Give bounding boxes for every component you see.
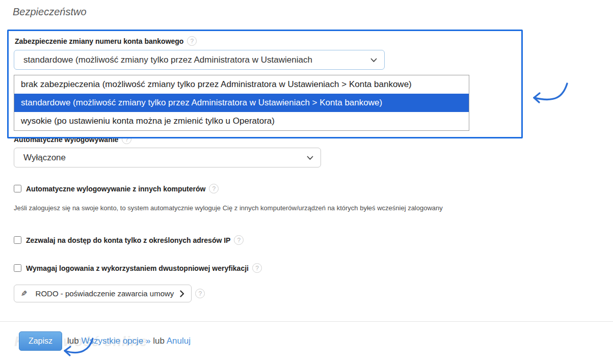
bank-account-label: Zabezpieczenie zmiany numeru konta banko… <box>15 36 197 46</box>
all-options-link[interactable]: Wszystkie opcje » <box>81 336 150 346</box>
bank-account-highlight-box: Zabezpieczenie zmiany numeru konta banko… <box>7 30 523 138</box>
auto-logout-select[interactable]: Wyłączone <box>14 148 321 167</box>
checkbox-label: Zezwalaj na dostęp do konta tylko z okre… <box>26 236 230 244</box>
auto-logout-selected-value: Wyłączone <box>23 153 66 163</box>
footer-links: lub Wszystkie opcje » lub Anuluj <box>67 336 191 346</box>
bank-account-option-list: brak zabezpieczenia (możliwość zmiany ty… <box>14 75 469 131</box>
checkbox-label: Automatyczne wylogowywanie z innych komp… <box>26 185 205 193</box>
pencil-icon: ✎ <box>21 289 28 298</box>
save-button[interactable]: Zapisz <box>19 331 62 351</box>
page-title: Bezpieczeństwo <box>13 6 87 18</box>
or-text: lub <box>153 336 165 346</box>
security-settings-page: Bezpieczeństwo Księgowość online Automat… <box>0 0 613 364</box>
help-icon[interactable]: ? <box>234 235 244 245</box>
checkbox-row-two-step-verification[interactable]: Wymagaj logowania z wykorzystaniem dwust… <box>14 263 262 273</box>
auto-logout-description: Jeśli zalogujesz się na swoje konto, to … <box>14 204 443 212</box>
bank-account-selected-value: standardowe (możliwość zmiany tylko prze… <box>23 55 312 65</box>
ip-restriction-checkbox[interactable] <box>14 236 21 244</box>
cancel-link[interactable]: Anuluj <box>167 336 191 346</box>
rodo-button-label: RODO - poświadczenie zawarcia umowy <box>36 289 174 298</box>
help-icon[interactable]: ? <box>252 263 262 273</box>
chevron-right-icon <box>180 290 184 297</box>
checkbox-row-auto-logout-other-computers[interactable]: Automatyczne wylogowywanie z innych komp… <box>14 184 219 193</box>
footer-actions: Zapisz lub Wszystkie opcje » lub Anuluj <box>19 331 191 351</box>
option-standard[interactable]: standardowe (możliwość zmiany tylko prze… <box>14 94 469 112</box>
help-icon[interactable]: ? <box>209 184 219 193</box>
chevron-down-icon <box>370 55 377 65</box>
bank-account-label-text: Zabezpieczenie zmiany numeru konta banko… <box>15 37 183 45</box>
auto-logout-other-computers-checkbox[interactable] <box>14 185 21 192</box>
rodo-row: ✎ RODO - poświadczenie zawarcia umowy ? <box>14 285 205 302</box>
bank-account-select[interactable]: standardowe (możliwość zmiany tylko prze… <box>14 50 385 70</box>
option-no-protection[interactable]: brak zabezpieczenia (możliwość zmiany ty… <box>14 75 469 94</box>
option-high[interactable]: wysokie (po ustawieniu konta można je zm… <box>14 112 469 130</box>
chevron-down-icon <box>307 153 313 163</box>
divider <box>0 321 613 322</box>
help-icon[interactable]: ? <box>195 289 205 298</box>
annotation-arrow-dropdown <box>527 76 578 109</box>
or-text: lub <box>67 336 79 346</box>
checkbox-row-ip-restriction[interactable]: Zezwalaj na dostęp do konta tylko z okre… <box>14 235 244 245</box>
two-step-verification-checkbox[interactable] <box>14 264 21 272</box>
checkbox-label: Wymagaj logowania z wykorzystaniem dwust… <box>26 264 249 272</box>
help-icon[interactable]: ? <box>187 36 197 46</box>
rodo-button[interactable]: ✎ RODO - poświadczenie zawarcia umowy <box>14 285 192 302</box>
